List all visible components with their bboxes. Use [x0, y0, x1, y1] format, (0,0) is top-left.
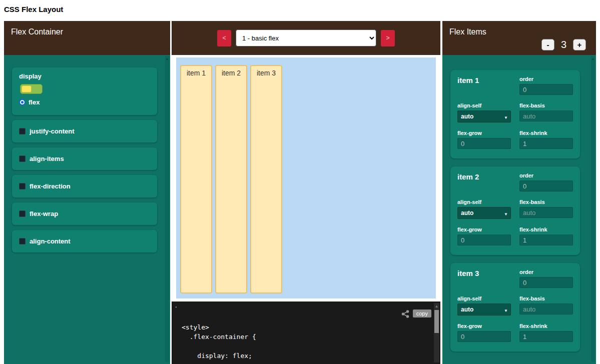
order-label: order	[519, 172, 573, 178]
prev-preset-button[interactable]: <	[217, 30, 231, 46]
flex-radio[interactable]	[19, 99, 26, 106]
flex-grow-label: flex-grow	[457, 130, 511, 136]
item-2-flex-basis-input[interactable]	[519, 207, 573, 218]
align-items-checkbox[interactable]	[19, 156, 26, 162]
code-scrollbar[interactable]: ▲	[434, 303, 439, 362]
share-icon[interactable]	[401, 310, 409, 320]
item-2-align-self-field: align-self auto ▼	[457, 199, 511, 219]
item-2-flex-shrink-input[interactable]	[519, 234, 573, 246]
flex-shrink-label: flex-shrink	[519, 226, 573, 232]
item-1-title: item 1	[457, 75, 479, 84]
flex-grow-label: flex-grow	[457, 226, 511, 232]
css-code-block: <style> .flex-container { display: flex;	[182, 322, 256, 360]
playground-item-1: item 1	[180, 65, 212, 294]
item-2-order-field: order	[519, 172, 573, 192]
flex-items-panel: Flex Items - 3 + item 1 order align-self	[442, 21, 596, 364]
align-self-label: align-self	[457, 102, 511, 108]
item-2-flex-grow-field: flex-grow	[457, 226, 511, 246]
scroll-up-icon[interactable]: ▲	[165, 56, 169, 62]
align-self-label: align-self	[457, 296, 511, 302]
item-3-flex-shrink-input[interactable]	[519, 331, 573, 342]
item-1-flex-grow-input[interactable]	[457, 138, 511, 149]
item-1-order-field: order	[519, 76, 573, 95]
item-3-flex-basis-input[interactable]	[519, 304, 573, 314]
flex-container-panel-title: Flex Container	[11, 28, 63, 36]
item-2-title: item 2	[457, 172, 479, 181]
item-2-card: item 2 order align-self auto ▼	[450, 166, 580, 255]
align-content-label: align-content	[30, 238, 71, 245]
item-1-title-cell: item 1	[457, 76, 511, 95]
item-3-align-self-field: align-self auto ▼	[457, 296, 511, 316]
scroll-up-icon[interactable]: ▲	[591, 56, 595, 62]
page-title: CSS Flex Layout	[4, 5, 63, 14]
option-card-align-content: align-content	[12, 230, 157, 252]
preset-select[interactable]: 1 - basic flex	[236, 30, 376, 46]
option-card-align-items: align-items	[12, 148, 157, 170]
code-panel: . copy <style> .flex-container { display…	[172, 302, 440, 364]
option-card-flex-direction: flex-direction	[12, 175, 157, 198]
flex-shrink-label: flex-shrink	[519, 323, 573, 329]
justify-content-checkbox[interactable]	[19, 128, 26, 134]
item-3-flex-grow-field: flex-grow	[457, 323, 511, 342]
item-3-align-self-select[interactable]: auto	[457, 304, 511, 316]
flex-container-panel-body: display flex justify-content align-items…	[4, 55, 170, 364]
item-2-title-cell: item 2	[457, 172, 511, 192]
item-3-title: item 3	[457, 268, 479, 278]
flex-items-panel-body: item 1 order align-self auto ▼	[442, 55, 596, 364]
flex-items-panel-title: Flex Items	[449, 28, 486, 36]
flex-basis-label: flex-basis	[519, 199, 573, 205]
item-2-flex-shrink-field: flex-shrink	[519, 226, 573, 246]
display-flex-radio-row: flex	[19, 98, 150, 106]
display-card: display flex	[12, 68, 157, 115]
next-preset-button[interactable]: >	[381, 30, 395, 46]
item-3-flex-basis-field: flex-basis	[519, 296, 573, 316]
align-self-label: align-self	[457, 199, 511, 205]
item-2-align-self-select[interactable]: auto	[457, 207, 511, 219]
left-panel-scrollbar[interactable]: ▲	[165, 56, 169, 362]
item-1-flex-basis-field: flex-basis	[519, 102, 573, 122]
option-card-justify-content: justify-content	[12, 120, 157, 142]
preset-bar: < 1 - basic flex >	[172, 21, 440, 55]
display-toggle[interactable]	[20, 84, 43, 94]
flex-items-panel-header: Flex Items - 3 +	[442, 21, 596, 55]
item-2-flex-basis-field: flex-basis	[519, 199, 573, 219]
option-card-flex-wrap: flex-wrap	[12, 202, 157, 225]
add-item-button[interactable]: +	[573, 39, 586, 50]
code-scroll-thumb[interactable]	[434, 310, 439, 333]
code-scroll-up-icon[interactable]: ▲	[434, 303, 439, 310]
align-content-checkbox[interactable]	[19, 238, 26, 244]
remove-item-button[interactable]: -	[541, 39, 554, 50]
item-3-order-field: order	[519, 269, 573, 288]
copy-button[interactable]: copy	[413, 310, 431, 318]
item-3-order-input[interactable]	[519, 277, 573, 288]
flex-container-panel: Flex Container display flex justify-cont…	[4, 21, 170, 364]
flex-direction-label: flex-direction	[30, 182, 71, 190]
item-2-flex-grow-input[interactable]	[457, 234, 511, 246]
flex-direction-checkbox[interactable]	[19, 183, 26, 190]
center-panel: < 1 - basic flex > item 1 item 2 item 3 …	[172, 21, 440, 364]
item-1-align-self-select[interactable]: auto	[457, 110, 511, 122]
item-3-card: item 3 order align-self auto ▼	[450, 263, 580, 352]
flex-wrap-label: flex-wrap	[30, 210, 58, 218]
flex-container-panel-header: Flex Container	[4, 21, 170, 55]
display-toggle-knob	[22, 86, 32, 92]
item-1-order-input[interactable]	[519, 84, 573, 95]
align-items-label: align-items	[30, 155, 64, 162]
item-3-title-cell: item 3	[457, 269, 511, 288]
playground-item-2: item 2	[215, 65, 247, 294]
flex-grow-label: flex-grow	[457, 323, 511, 329]
flex-wrap-checkbox[interactable]	[19, 210, 26, 217]
item-3-flex-grow-input[interactable]	[457, 331, 511, 342]
order-label: order	[519, 76, 573, 82]
item-1-flex-basis-input[interactable]	[519, 110, 573, 122]
flex-shrink-label: flex-shrink	[519, 130, 573, 136]
flex-basis-label: flex-basis	[519, 296, 573, 302]
item-1-align-self-field: align-self auto ▼	[457, 102, 511, 122]
order-label: order	[519, 269, 573, 275]
item-1-flex-shrink-input[interactable]	[519, 138, 573, 149]
item-1-card: item 1 order align-self auto ▼	[450, 70, 580, 158]
item-2-order-input[interactable]	[519, 180, 573, 192]
right-panel-scrollbar[interactable]: ▲	[591, 56, 595, 362]
display-label: display	[19, 72, 150, 80]
item-1-flex-grow-field: flex-grow	[457, 130, 511, 149]
